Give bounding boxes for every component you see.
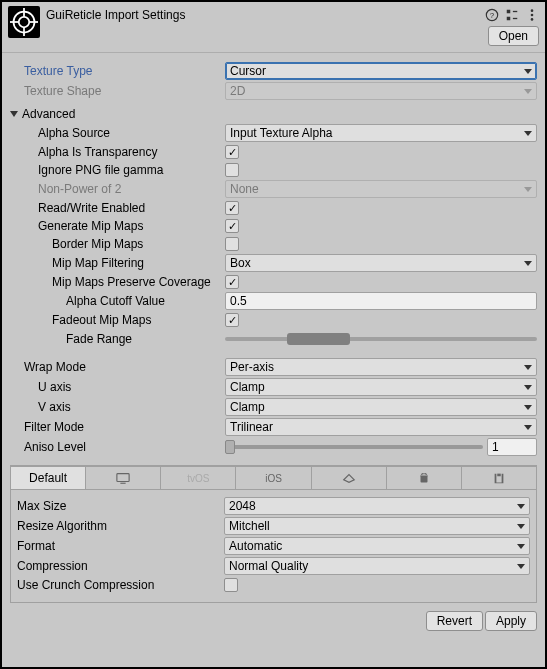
alpha-is-transparency-checkbox[interactable]: ✓ — [225, 145, 239, 159]
svg-point-14 — [531, 18, 534, 21]
chevron-down-icon — [524, 89, 532, 94]
read-write-checkbox[interactable]: ✓ — [225, 201, 239, 215]
wrap-mode-dropdown[interactable]: Per-axis — [225, 358, 537, 376]
texture-shape-label: Texture Shape — [10, 84, 225, 98]
svg-rect-9 — [507, 17, 511, 21]
use-crunch-label: Use Crunch Compression — [17, 578, 224, 592]
v-axis-label: V axis — [10, 400, 225, 414]
filter-mode-label: Filter Mode — [10, 420, 225, 434]
chevron-down-icon — [517, 524, 525, 529]
aniso-level-label: Aniso Level — [10, 440, 225, 454]
ignore-png-gamma-label: Ignore PNG file gamma — [10, 163, 225, 177]
svg-rect-20 — [497, 474, 501, 477]
mip-map-filtering-dropdown[interactable]: Box — [225, 254, 537, 272]
resize-algorithm-label: Resize Algorithm — [17, 519, 224, 533]
texture-type-label: Texture Type — [10, 64, 225, 78]
mip-map-filtering-label: Mip Map Filtering — [10, 256, 225, 270]
advanced-label: Advanced — [22, 107, 75, 121]
platform-tabs: Default tvOS iOS — [10, 465, 537, 490]
v-axis-dropdown[interactable]: Clamp — [225, 398, 537, 416]
alpha-source-label: Alpha Source — [10, 126, 225, 140]
chevron-down-icon — [524, 425, 532, 430]
preserve-coverage-checkbox[interactable]: ✓ — [225, 275, 239, 289]
fadeout-mip-maps-label: Fadeout Mip Maps — [10, 313, 225, 327]
tab-standalone[interactable] — [86, 466, 161, 490]
format-dropdown[interactable]: Automatic — [224, 537, 530, 555]
compression-dropdown[interactable]: Normal Quality — [224, 557, 530, 575]
dropdown-value: 2D — [230, 84, 245, 98]
alpha-source-dropdown[interactable]: Input Texture Alpha — [225, 124, 537, 142]
generate-mip-maps-label: Generate Mip Maps — [10, 219, 225, 233]
kebab-icon[interactable] — [525, 8, 539, 22]
alpha-cutoff-field[interactable]: 0.5 — [225, 292, 537, 310]
tab-tvos[interactable]: tvOS — [161, 466, 236, 490]
resize-algorithm-dropdown[interactable]: Mitchell — [224, 517, 530, 535]
svg-point-1 — [19, 17, 30, 28]
non-power-of-2-dropdown: None — [225, 180, 537, 198]
texture-shape-dropdown: 2D — [225, 82, 537, 100]
fade-range-slider[interactable] — [225, 330, 537, 348]
border-mip-maps-label: Border Mip Maps — [10, 237, 225, 251]
compression-label: Compression — [17, 559, 224, 573]
tab-webgl[interactable] — [462, 466, 537, 490]
chevron-down-icon — [517, 504, 525, 509]
chevron-down-icon — [524, 69, 532, 74]
tab-android[interactable] — [387, 466, 462, 490]
advanced-foldout[interactable]: Advanced — [10, 101, 537, 123]
svg-rect-17 — [420, 475, 427, 482]
revert-button[interactable]: Revert — [426, 611, 483, 631]
svg-text:?: ? — [490, 11, 495, 20]
chevron-down-icon — [524, 405, 532, 410]
svg-rect-8 — [507, 10, 511, 14]
non-power-of-2-label: Non-Power of 2 — [10, 182, 225, 196]
fadeout-mip-maps-checkbox[interactable]: ✓ — [225, 313, 239, 327]
tab-lumin[interactable] — [312, 466, 387, 490]
max-size-label: Max Size — [17, 499, 224, 513]
chevron-down-icon — [524, 385, 532, 390]
asset-icon — [8, 6, 40, 38]
aniso-level-slider[interactable] — [225, 438, 483, 456]
read-write-label: Read/Write Enabled — [10, 201, 225, 215]
chevron-down-icon — [517, 564, 525, 569]
chevron-down-icon — [524, 131, 532, 136]
svg-point-12 — [531, 9, 534, 12]
u-axis-dropdown[interactable]: Clamp — [225, 378, 537, 396]
inspector-title: GuiReticle Import Settings — [46, 6, 485, 22]
filter-mode-dropdown[interactable]: Trilinear — [225, 418, 537, 436]
preset-icon[interactable] — [505, 8, 519, 22]
open-button[interactable]: Open — [488, 26, 539, 46]
preserve-coverage-label: Mip Maps Preserve Coverage — [10, 275, 225, 289]
apply-button[interactable]: Apply — [485, 611, 537, 631]
dropdown-value: Cursor — [230, 64, 266, 78]
svg-point-13 — [531, 14, 534, 17]
tab-ios[interactable]: iOS — [236, 466, 311, 490]
help-icon[interactable]: ? — [485, 8, 499, 22]
generate-mip-maps-checkbox[interactable]: ✓ — [225, 219, 239, 233]
chevron-down-icon — [524, 365, 532, 370]
format-label: Format — [17, 539, 224, 553]
alpha-is-transparency-label: Alpha Is Transparency — [10, 145, 225, 159]
tab-default[interactable]: Default — [10, 466, 86, 490]
texture-type-dropdown[interactable]: Cursor — [225, 62, 537, 80]
aniso-level-field[interactable]: 1 — [487, 438, 537, 456]
foldout-arrow-icon — [10, 111, 18, 117]
border-mip-maps-checkbox[interactable] — [225, 237, 239, 251]
max-size-dropdown[interactable]: 2048 — [224, 497, 530, 515]
svg-rect-15 — [117, 474, 129, 482]
chevron-down-icon — [524, 187, 532, 192]
ignore-png-gamma-checkbox[interactable] — [225, 163, 239, 177]
wrap-mode-label: Wrap Mode — [10, 360, 225, 374]
use-crunch-checkbox[interactable] — [224, 578, 238, 592]
u-axis-label: U axis — [10, 380, 225, 394]
alpha-cutoff-label: Alpha Cutoff Value — [10, 294, 225, 308]
fade-range-label: Fade Range — [10, 332, 225, 346]
chevron-down-icon — [517, 544, 525, 549]
chevron-down-icon — [524, 261, 532, 266]
